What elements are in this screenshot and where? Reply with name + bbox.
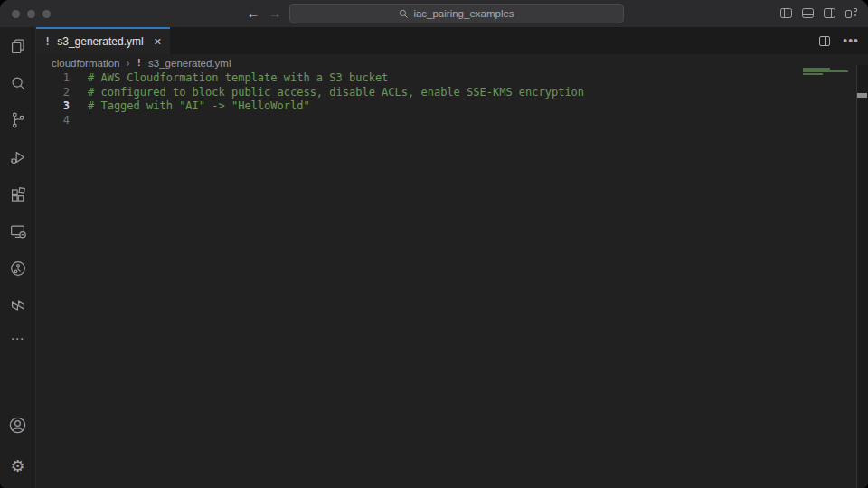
- tab-label: s3_generated.yml: [57, 35, 143, 48]
- minimap-line-mark: [803, 73, 823, 75]
- line-number: 1: [36, 71, 70, 86]
- git-graph-icon[interactable]: [0, 249, 36, 286]
- search-sidebar-icon[interactable]: [0, 64, 36, 101]
- search-icon: [399, 9, 409, 19]
- line-code: # AWS Cloudformation template with a S3 …: [70, 71, 388, 86]
- editor-lines: 1 # AWS Cloudformation template with a S…: [36, 71, 856, 127]
- breadcrumb-folder[interactable]: cloudformation: [52, 58, 119, 69]
- breadcrumb: cloudformation › ! s3_generated.yml: [36, 54, 868, 71]
- yaml-file-icon: !: [136, 57, 142, 69]
- code-line[interactable]: 1 # AWS Cloudformation template with a S…: [36, 71, 856, 86]
- scrollbar-strip[interactable]: [857, 65, 868, 488]
- minimize-window-icon[interactable]: [27, 10, 35, 18]
- activity-bar: ⋯ ⚙: [0, 27, 36, 488]
- titlebar: ← → iac_pairing_examples: [0, 0, 868, 27]
- vscode-window: ← → iac_pairing_examples: [0, 0, 868, 488]
- toggle-primary-sidebar-icon[interactable]: [780, 8, 792, 18]
- minimap-line-mark: [803, 68, 830, 70]
- close-window-icon[interactable]: [12, 10, 20, 18]
- remote-explorer-icon[interactable]: [0, 212, 36, 249]
- split-editor-icon[interactable]: [819, 36, 830, 46]
- editor-tab-bar: ! s3_generated.yml ✕ •••: [36, 27, 868, 54]
- account-icon[interactable]: [0, 407, 36, 444]
- explorer-icon[interactable]: [0, 27, 36, 64]
- code-line[interactable]: 3 # Tagged with "AI" -> "HelloWorld": [36, 99, 856, 114]
- line-number: 3: [36, 99, 70, 114]
- history-back-icon[interactable]: ←: [242, 3, 264, 24]
- extensions-icon[interactable]: [0, 175, 36, 212]
- customize-layout-icon[interactable]: [845, 8, 857, 18]
- editor-actions: •••: [819, 27, 859, 54]
- yaml-file-icon: !: [44, 35, 51, 48]
- tab-close-icon[interactable]: ✕: [154, 36, 162, 48]
- toggle-secondary-sidebar-icon[interactable]: [824, 8, 835, 18]
- line-code: # Tagged with "AI" -> "HelloWorld": [70, 99, 310, 114]
- run-and-debug-icon[interactable]: [0, 138, 36, 175]
- command-center-search[interactable]: iac_pairing_examples: [289, 4, 624, 23]
- settings-gear-icon[interactable]: ⚙: [0, 447, 36, 484]
- breadcrumb-file[interactable]: s3_generated.yml: [148, 58, 231, 69]
- overview-ruler-border: [856, 65, 857, 488]
- chevron-right-icon: ›: [126, 57, 129, 70]
- code-line[interactable]: 4: [36, 114, 856, 128]
- code-editor[interactable]: 1 # AWS Cloudformation template with a S…: [36, 71, 856, 488]
- minimap-line-mark: [803, 70, 848, 72]
- toggle-panel-icon[interactable]: [802, 8, 814, 18]
- code-line[interactable]: 2 # configured to block public access, d…: [36, 86, 856, 100]
- terraform-icon[interactable]: [0, 286, 36, 324]
- tab-s3-generated-yml[interactable]: ! s3_generated.yml ✕: [36, 27, 170, 54]
- more-actions-icon[interactable]: •••: [843, 33, 859, 48]
- command-center-text: iac_pairing_examples: [413, 8, 514, 19]
- overview-ruler-cursor-marker: [857, 93, 867, 98]
- maximize-window-icon[interactable]: [42, 10, 51, 18]
- source-control-icon[interactable]: [0, 101, 36, 138]
- line-number: 2: [36, 86, 70, 100]
- layout-controls: [780, 8, 857, 18]
- additional-views-icon[interactable]: ⋯: [11, 324, 25, 354]
- history-forward-icon[interactable]: →: [264, 3, 286, 24]
- line-code: # configured to block public access, dis…: [70, 86, 584, 100]
- minimap[interactable]: [803, 68, 857, 77]
- traffic-lights[interactable]: [12, 10, 51, 18]
- line-code: [70, 114, 88, 128]
- line-number: 4: [36, 114, 70, 128]
